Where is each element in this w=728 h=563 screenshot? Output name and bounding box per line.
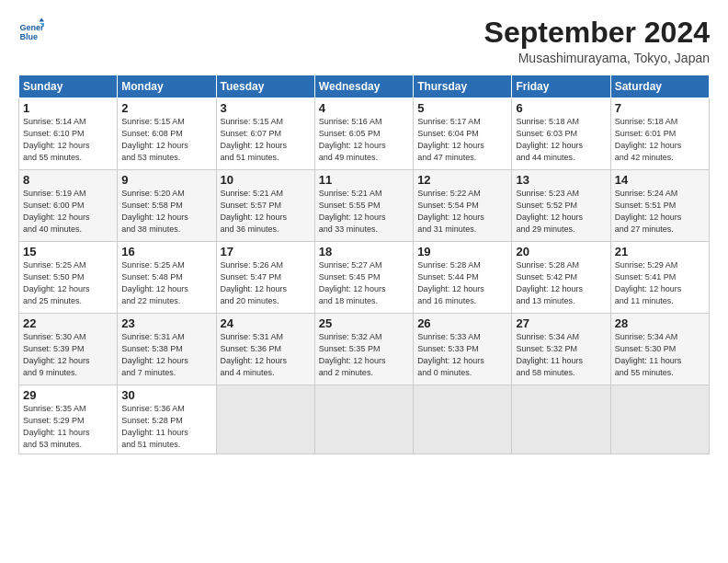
day-number: 4: [319, 101, 409, 115]
calendar-cell: 4Sunrise: 5:16 AM Sunset: 6:05 PM Daylig…: [314, 98, 413, 170]
calendar-week-row: 8Sunrise: 5:19 AM Sunset: 6:00 PM Daylig…: [19, 170, 710, 242]
day-info: Sunrise: 5:28 AM Sunset: 5:44 PM Dayligh…: [417, 259, 507, 307]
day-info: Sunrise: 5:20 AM Sunset: 5:58 PM Dayligh…: [121, 188, 211, 236]
day-info: Sunrise: 5:19 AM Sunset: 6:00 PM Dayligh…: [23, 188, 113, 236]
month-title: September 2024: [484, 17, 710, 49]
calendar-week-row: 22Sunrise: 5:30 AM Sunset: 5:39 PM Dayli…: [19, 314, 710, 385]
day-info: Sunrise: 5:26 AM Sunset: 5:47 PM Dayligh…: [221, 259, 311, 307]
svg-text:Blue: Blue: [19, 32, 38, 41]
calendar-cell: 13Sunrise: 5:23 AM Sunset: 5:52 PM Dayli…: [512, 170, 610, 242]
logo-icon: General Blue: [18, 17, 44, 42]
header: General Blue September 2024 Musashimuray…: [18, 17, 710, 65]
day-number: 15: [23, 245, 113, 259]
weekday-header-wednesday: Wednesday: [314, 75, 413, 98]
day-info: Sunrise: 5:35 AM Sunset: 5:29 PM Dayligh…: [23, 403, 113, 451]
day-info: Sunrise: 5:15 AM Sunset: 6:08 PM Dayligh…: [121, 116, 211, 164]
day-number: 3: [221, 101, 311, 115]
day-number: 1: [23, 101, 113, 115]
calendar-cell: 21Sunrise: 5:29 AM Sunset: 5:41 PM Dayli…: [610, 242, 709, 314]
day-number: 28: [615, 316, 705, 330]
logo: General Blue: [18, 17, 44, 42]
calendar-cell: 27Sunrise: 5:34 AM Sunset: 5:32 PM Dayli…: [512, 314, 610, 385]
day-info: Sunrise: 5:36 AM Sunset: 5:28 PM Dayligh…: [121, 403, 211, 451]
weekday-header-friday: Friday: [512, 75, 610, 98]
day-number: 16: [121, 245, 211, 259]
day-info: Sunrise: 5:33 AM Sunset: 5:33 PM Dayligh…: [417, 331, 507, 379]
calendar-cell: 7Sunrise: 5:18 AM Sunset: 6:01 PM Daylig…: [610, 98, 709, 170]
day-number: 26: [417, 316, 507, 330]
day-info: Sunrise: 5:25 AM Sunset: 5:48 PM Dayligh…: [121, 259, 211, 307]
day-number: 5: [417, 101, 507, 115]
weekday-header-monday: Monday: [118, 75, 216, 98]
day-number: 2: [121, 101, 211, 115]
calendar-cell: 1Sunrise: 5:14 AM Sunset: 6:10 PM Daylig…: [19, 98, 118, 170]
day-number: 23: [121, 316, 211, 330]
weekday-header-tuesday: Tuesday: [216, 75, 314, 98]
calendar-cell: [414, 385, 512, 454]
calendar-cell: 14Sunrise: 5:24 AM Sunset: 5:51 PM Dayli…: [610, 170, 709, 242]
title-block: September 2024 Musashimurayama, Tokyo, J…: [484, 17, 710, 65]
calendar-cell: 12Sunrise: 5:22 AM Sunset: 5:54 PM Dayli…: [414, 170, 512, 242]
calendar-cell: 8Sunrise: 5:19 AM Sunset: 6:00 PM Daylig…: [19, 170, 118, 242]
calendar-cell: 23Sunrise: 5:31 AM Sunset: 5:38 PM Dayli…: [118, 314, 216, 385]
calendar-cell: 20Sunrise: 5:28 AM Sunset: 5:42 PM Dayli…: [512, 242, 610, 314]
calendar-week-row: 15Sunrise: 5:25 AM Sunset: 5:50 PM Dayli…: [19, 242, 710, 314]
day-number: 14: [615, 173, 705, 187]
calendar-page: General Blue September 2024 Musashimuray…: [0, 0, 728, 464]
calendar-cell: 25Sunrise: 5:32 AM Sunset: 5:35 PM Dayli…: [314, 314, 413, 385]
day-number: 8: [23, 173, 113, 187]
calendar-table: SundayMondayTuesdayWednesdayThursdayFrid…: [18, 75, 710, 454]
calendar-cell: 26Sunrise: 5:33 AM Sunset: 5:33 PM Dayli…: [414, 314, 512, 385]
calendar-cell: 30Sunrise: 5:36 AM Sunset: 5:28 PM Dayli…: [118, 385, 216, 454]
weekday-header-saturday: Saturday: [610, 75, 709, 98]
day-info: Sunrise: 5:18 AM Sunset: 6:01 PM Dayligh…: [615, 116, 705, 164]
day-number: 10: [221, 173, 311, 187]
calendar-cell: 15Sunrise: 5:25 AM Sunset: 5:50 PM Dayli…: [19, 242, 118, 314]
svg-marker-2: [39, 17, 44, 21]
day-info: Sunrise: 5:27 AM Sunset: 5:45 PM Dayligh…: [319, 259, 409, 307]
weekday-header-sunday: Sunday: [19, 75, 118, 98]
calendar-cell: 16Sunrise: 5:25 AM Sunset: 5:48 PM Dayli…: [118, 242, 216, 314]
day-info: Sunrise: 5:34 AM Sunset: 5:30 PM Dayligh…: [615, 331, 705, 379]
day-info: Sunrise: 5:32 AM Sunset: 5:35 PM Dayligh…: [319, 331, 409, 379]
day-number: 29: [23, 388, 113, 402]
calendar-cell: 22Sunrise: 5:30 AM Sunset: 5:39 PM Dayli…: [19, 314, 118, 385]
day-info: Sunrise: 5:34 AM Sunset: 5:32 PM Dayligh…: [516, 331, 606, 379]
day-number: 17: [221, 245, 311, 259]
calendar-cell: 28Sunrise: 5:34 AM Sunset: 5:30 PM Dayli…: [610, 314, 709, 385]
calendar-week-row: 1Sunrise: 5:14 AM Sunset: 6:10 PM Daylig…: [19, 98, 710, 170]
day-info: Sunrise: 5:16 AM Sunset: 6:05 PM Dayligh…: [319, 116, 409, 164]
day-info: Sunrise: 5:17 AM Sunset: 6:04 PM Dayligh…: [417, 116, 507, 164]
calendar-cell: [216, 385, 314, 454]
calendar-week-row: 29Sunrise: 5:35 AM Sunset: 5:29 PM Dayli…: [19, 385, 710, 454]
calendar-cell: 10Sunrise: 5:21 AM Sunset: 5:57 PM Dayli…: [216, 170, 314, 242]
day-info: Sunrise: 5:24 AM Sunset: 5:51 PM Dayligh…: [615, 188, 705, 236]
day-info: Sunrise: 5:25 AM Sunset: 5:50 PM Dayligh…: [23, 259, 113, 307]
day-number: 30: [121, 388, 211, 402]
calendar-cell: 19Sunrise: 5:28 AM Sunset: 5:44 PM Dayli…: [414, 242, 512, 314]
day-info: Sunrise: 5:18 AM Sunset: 6:03 PM Dayligh…: [516, 116, 606, 164]
location: Musashimurayama, Tokyo, Japan: [484, 51, 710, 65]
calendar-cell: 18Sunrise: 5:27 AM Sunset: 5:45 PM Dayli…: [314, 242, 413, 314]
day-info: Sunrise: 5:21 AM Sunset: 5:55 PM Dayligh…: [319, 188, 409, 236]
day-info: Sunrise: 5:15 AM Sunset: 6:07 PM Dayligh…: [221, 116, 311, 164]
calendar-cell: 17Sunrise: 5:26 AM Sunset: 5:47 PM Dayli…: [216, 242, 314, 314]
day-number: 22: [23, 316, 113, 330]
day-number: 24: [221, 316, 311, 330]
calendar-cell: 6Sunrise: 5:18 AM Sunset: 6:03 PM Daylig…: [512, 98, 610, 170]
calendar-cell: [610, 385, 709, 454]
day-number: 6: [516, 101, 606, 115]
calendar-cell: 5Sunrise: 5:17 AM Sunset: 6:04 PM Daylig…: [414, 98, 512, 170]
calendar-cell: 11Sunrise: 5:21 AM Sunset: 5:55 PM Dayli…: [314, 170, 413, 242]
day-number: 21: [615, 245, 705, 259]
day-info: Sunrise: 5:14 AM Sunset: 6:10 PM Dayligh…: [23, 116, 113, 164]
calendar-cell: [314, 385, 413, 454]
calendar-cell: 9Sunrise: 5:20 AM Sunset: 5:58 PM Daylig…: [118, 170, 216, 242]
calendar-cell: 2Sunrise: 5:15 AM Sunset: 6:08 PM Daylig…: [118, 98, 216, 170]
day-number: 25: [319, 316, 409, 330]
day-info: Sunrise: 5:23 AM Sunset: 5:52 PM Dayligh…: [516, 188, 606, 236]
day-number: 18: [319, 245, 409, 259]
day-info: Sunrise: 5:30 AM Sunset: 5:39 PM Dayligh…: [23, 331, 113, 379]
day-info: Sunrise: 5:29 AM Sunset: 5:41 PM Dayligh…: [615, 259, 705, 307]
calendar-cell: 24Sunrise: 5:31 AM Sunset: 5:36 PM Dayli…: [216, 314, 314, 385]
